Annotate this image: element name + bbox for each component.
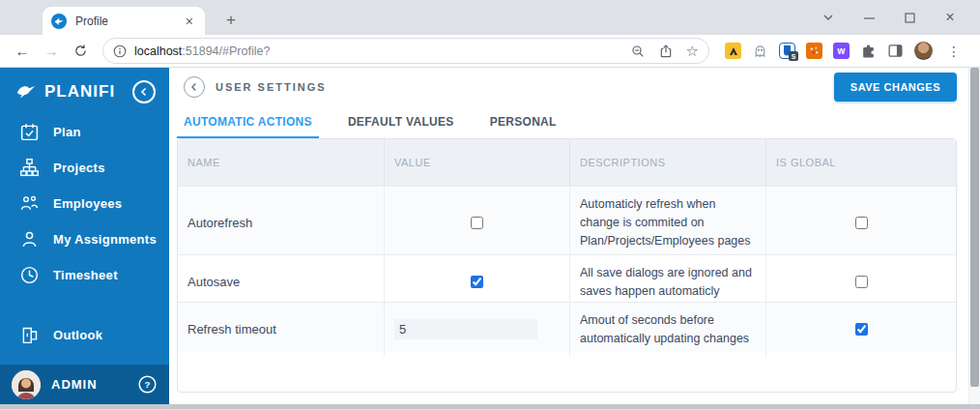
tab-close-icon[interactable]: × xyxy=(183,14,196,29)
planifi-favicon-icon xyxy=(51,14,67,29)
bookmark-star-icon[interactable]: ☆ xyxy=(686,44,699,58)
side-panel-icon[interactable] xyxy=(887,43,904,59)
maximize-button[interactable] xyxy=(889,3,930,32)
column-header-name: NAME xyxy=(178,139,385,186)
scrollbar-thumb[interactable] xyxy=(970,68,979,387)
sidebar-item-label: My Assignments xyxy=(53,232,157,247)
outlook-icon xyxy=(19,325,40,345)
clock-icon xyxy=(19,265,40,285)
sidebar-item-label: Outlook xyxy=(53,328,102,342)
sidebar-item-plan[interactable]: Plan xyxy=(0,114,169,150)
sidebar-item-label: Timesheet xyxy=(53,268,118,282)
autosave-is-global-checkbox[interactable] xyxy=(855,276,868,288)
sidebar-item-label: Employees xyxy=(53,196,122,211)
setting-description: Automaticly refresh when change is commi… xyxy=(570,187,766,258)
table-header-row: NAME VALUE DESCRIPTIONS IS GLOBAL xyxy=(178,139,956,186)
planifi-bird-logo-icon xyxy=(14,81,39,102)
autorefresh-is-global-checkbox[interactable] xyxy=(855,217,868,229)
sidebar-item-my-assignments[interactable]: My Assignments xyxy=(0,221,169,257)
browser-toolbar: ← → localhost:51894/#Profile? xyxy=(0,35,980,68)
column-header-descriptions: DESCRIPTIONS xyxy=(570,139,766,186)
site-info-icon[interactable] xyxy=(113,44,127,58)
admin-user-bar[interactable]: ADMIN ? xyxy=(0,365,169,404)
save-changes-button[interactable]: SAVE CHANGES xyxy=(834,73,957,102)
extensions-area: S w ⋮ xyxy=(719,42,970,60)
table-row-autosave: Autosave All save dialogs are ignored an… xyxy=(178,254,956,302)
sidebar-item-timesheet[interactable]: Timesheet xyxy=(0,257,169,293)
minimize-button[interactable] xyxy=(849,3,889,32)
close-window-button[interactable]: × xyxy=(930,3,970,32)
admin-avatar[interactable] xyxy=(12,370,41,399)
browser-tab-strip: Profile × + × xyxy=(0,0,980,35)
tab-automatic-actions[interactable]: AUTOMATIC ACTIONS xyxy=(177,106,319,138)
svg-text:?: ? xyxy=(145,379,151,390)
extension-icon-yellow[interactable] xyxy=(725,43,741,59)
setting-name: Autorefresh xyxy=(178,187,385,258)
refresh-timeout-input[interactable] xyxy=(394,319,537,339)
person-icon xyxy=(19,229,40,249)
org-chart-icon xyxy=(19,158,40,178)
reload-icon[interactable] xyxy=(68,39,93,64)
page-title: USER SETTINGS xyxy=(216,81,834,93)
browser-window: Profile × + × ← → xyxy=(0,0,980,410)
extension-icon-ghost[interactable] xyxy=(752,43,768,59)
autosave-value-checkbox[interactable] xyxy=(471,276,483,288)
tab-title: Profile xyxy=(75,15,183,28)
settings-table: NAME VALUE DESCRIPTIONS IS GLOBAL Autore… xyxy=(177,138,957,393)
sidebar-item-projects[interactable]: Projects xyxy=(0,150,169,186)
extensions-puzzle-icon[interactable] xyxy=(860,43,877,59)
calendar-check-icon xyxy=(19,122,40,142)
url-text[interactable]: localhost:51894/#Profile? xyxy=(134,44,622,58)
share-icon[interactable] xyxy=(658,44,674,59)
refresh-timeout-is-global-checkbox[interactable] xyxy=(855,323,868,336)
page-scrollbar[interactable] xyxy=(968,68,980,404)
setting-description: Amout of seconds before automatically up… xyxy=(570,303,766,357)
sidebar-collapse-button[interactable] xyxy=(132,80,156,103)
sidebar-item-label: Projects xyxy=(53,161,105,175)
sidebar-item-label: Plan xyxy=(53,125,81,139)
tab-search-chevron-icon[interactable] xyxy=(808,3,849,32)
browser-profile-avatar[interactable] xyxy=(914,42,933,60)
app-sidebar: PLANIFI Plan xyxy=(0,68,169,404)
settings-tabs: AUTOMATIC ACTIONS DEFAULT VALUES PERSONA… xyxy=(169,106,968,138)
autorefresh-value-checkbox[interactable] xyxy=(471,217,483,229)
table-row-refresh-timeout: Refresh timeout Amout of seconds before … xyxy=(178,302,956,352)
help-icon[interactable]: ? xyxy=(137,374,158,395)
browser-menu-kebab-icon[interactable]: ⋮ xyxy=(943,44,965,59)
table-row-autorefresh: Autorefresh Automaticly refresh when cha… xyxy=(178,186,956,254)
back-button[interactable] xyxy=(184,76,205,98)
tab-personal[interactable]: PERSONAL xyxy=(483,106,563,138)
zoom-indicator-icon[interactable] xyxy=(630,44,646,59)
setting-name: Refresh timeout xyxy=(178,303,385,357)
extension-icon-blue-s[interactable]: S xyxy=(779,43,795,59)
tab-default-values[interactable]: DEFAULT VALUES xyxy=(341,106,461,138)
admin-name: ADMIN xyxy=(51,377,127,392)
sidebar-item-employees[interactable]: Employees xyxy=(0,186,169,221)
setting-description: All save dialogs are ignored and saves h… xyxy=(570,255,766,309)
extension-icon-purple-w[interactable]: w xyxy=(833,43,850,59)
main-content: USER SETTINGS SAVE CHANGES AUTOMATIC ACT… xyxy=(169,68,968,404)
sidebar-item-outlook[interactable]: Outlook xyxy=(0,317,169,353)
window-bottom-edge xyxy=(0,404,980,409)
setting-name: Autosave xyxy=(178,255,385,309)
forward-nav-icon[interactable]: → xyxy=(39,39,64,64)
brand-title: PLANIFI xyxy=(44,82,132,102)
new-tab-icon[interactable]: + xyxy=(218,8,244,33)
back-nav-icon[interactable]: ← xyxy=(10,39,35,64)
url-bar[interactable]: localhost:51894/#Profile? ☆ xyxy=(102,38,709,64)
column-header-value: VALUE xyxy=(385,139,570,186)
column-header-is-global: IS GLOBAL xyxy=(766,139,956,186)
people-icon xyxy=(19,193,40,214)
browser-tab-profile[interactable]: Profile × xyxy=(43,7,205,35)
extension-icon-orange[interactable] xyxy=(806,43,822,59)
